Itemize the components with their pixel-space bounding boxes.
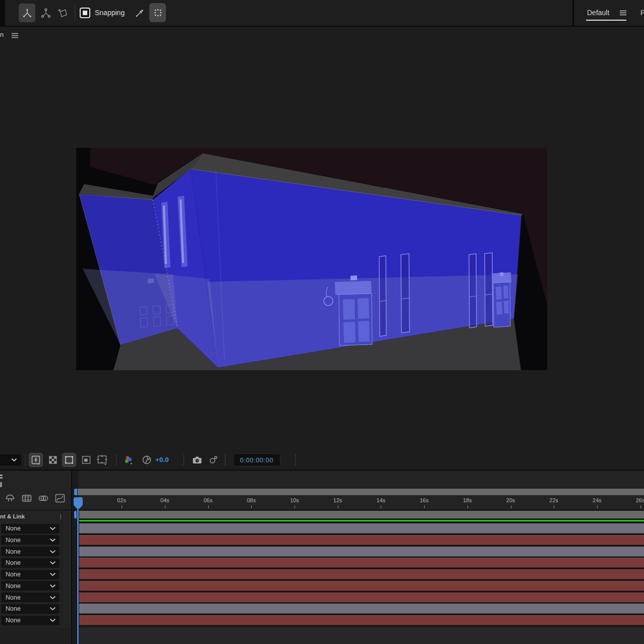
parent-link-value: None [1,594,49,601]
camera-icon [191,454,203,466]
time-navigator-handle[interactable] [74,489,77,495]
parent-link-header-handle[interactable] [61,514,61,519]
motion-blur-button[interactable] [37,492,49,506]
parent-link-value: None [1,537,49,544]
mask-visibility-button[interactable] [63,453,76,466]
ruler-label: 24s [593,497,602,503]
door-2-pane [503,285,508,299]
door-1-pane [343,322,356,343]
graph-editor-button[interactable] [54,492,66,506]
snapshot-button[interactable] [191,453,204,466]
local-axis-icon [21,7,33,19]
ruler-label: 18s [463,497,472,503]
channels-button[interactable] [123,453,136,466]
parent-link-value: None [1,548,49,555]
ruler-label: 20s [506,497,515,503]
ruler-label: 12s [333,497,342,503]
crosshair-box-icon [96,454,108,466]
comp-toolbar-separator [116,454,116,466]
ruler-tick [467,505,468,508]
door-2-pane [496,286,502,300]
window-right-1 [379,256,386,336]
parent-link-dropdown[interactable]: None [1,547,60,556]
layer-track-bar[interactable] [79,523,644,534]
toolbar-separator [75,6,75,21]
ruler-tick [165,505,165,508]
comp-panel-menu-button[interactable] [11,32,19,39]
filmstrip-icon [21,492,33,504]
shy-layers-button[interactable] [4,492,16,506]
workspace-tab-default[interactable]: Default [587,9,609,17]
parent-link-dropdown[interactable]: None [1,558,60,568]
view-axis-mode-button[interactable] [54,4,71,22]
world-axis-mode-button[interactable] [37,4,54,22]
parent-link-dropdown[interactable]: None [1,616,60,625]
snapping-checkbox-fill [83,11,87,15]
region-of-interest-button[interactable] [80,453,93,466]
comp-tab-partial-label[interactable]: n [0,31,4,38]
layer-track-bar[interactable] [79,535,644,545]
time-navigator-bar[interactable] [78,489,644,495]
scene-canvas [76,148,547,370]
layer-track-bar[interactable] [79,547,644,557]
workspace-menu-button[interactable] [619,10,627,16]
snap-features-button[interactable] [149,3,166,22]
frame-blend-button[interactable] [21,492,33,506]
layer-track-bar[interactable] [79,569,644,579]
comp-viewport[interactable] [76,148,547,370]
local-axis-mode-button[interactable] [19,4,35,22]
parent-link-dropdown[interactable]: None [1,581,60,591]
reset-exposure-button[interactable] [140,453,153,466]
exposure-value[interactable]: +0.0 [155,456,169,463]
layer-track-bar[interactable] [79,604,644,614]
comp-toolbar-separator [25,454,26,466]
chevron-down-icon [49,572,56,576]
window-right-2 [401,254,409,333]
snap-to-point-button[interactable] [132,4,146,22]
app-window: Snapping Default P n [0,0,644,644]
door-1-lintel [335,281,372,295]
wall-sign-2 [500,272,503,276]
layer-track-bar[interactable] [79,558,644,568]
wall-sign-1 [350,275,357,280]
show-snapshot-icon [207,454,219,466]
chevron-down-icon [49,607,56,611]
parent-link-column-divider[interactable] [62,512,62,627]
show-snapshot-button[interactable] [207,453,220,466]
grid-guides-button[interactable] [96,453,109,466]
toolbar-right-separator [572,0,574,26]
cache-green-line [79,520,644,521]
chevron-down-icon [49,596,56,600]
parent-link-dropdown[interactable]: None [1,593,60,602]
time-ruler[interactable]: 00s02s04s06s08s10s12s14s16s18s20s22s24s2… [71,496,644,509]
ruler-label: 08s [247,497,256,503]
clipped-icon [0,475,3,476]
view-axis-icon [57,7,69,19]
layer-track-bar[interactable] [79,615,644,625]
timecode-field[interactable]: 0:00:00:00 [233,453,280,466]
door-1-pane [343,299,355,320]
parent-link-value: None [1,582,49,590]
comp-toolbar-separator [184,454,184,466]
parent-link-dropdown[interactable]: None [1,524,60,534]
layer-track-bar[interactable] [79,581,644,591]
snapping-checkbox[interactable] [80,8,90,18]
fast-previews-button[interactable] [29,453,42,466]
parent-link-dropdown[interactable]: None [1,535,60,545]
chevron-down-icon [49,538,56,542]
workspace-tab-partial[interactable]: P [640,9,644,17]
parent-link-dropdown[interactable]: None [1,604,60,614]
ruler-tick [338,505,338,508]
magnification-dropdown[interactable] [0,454,21,465]
work-area-bar[interactable] [78,511,644,518]
timecode-value: 0:00:00:00 [240,456,273,464]
playhead-line[interactable] [77,508,79,644]
ruler-label: 22s [549,497,558,503]
parent-link-dropdown[interactable]: None [1,570,60,579]
toolbar-left-strip [0,0,5,26]
parent-link-header: nt & Link [0,513,25,519]
parent-link-value: None [1,525,49,532]
ruler-tick [511,505,511,508]
layer-track-bar[interactable] [79,593,644,603]
transparency-grid-button[interactable] [46,453,60,466]
